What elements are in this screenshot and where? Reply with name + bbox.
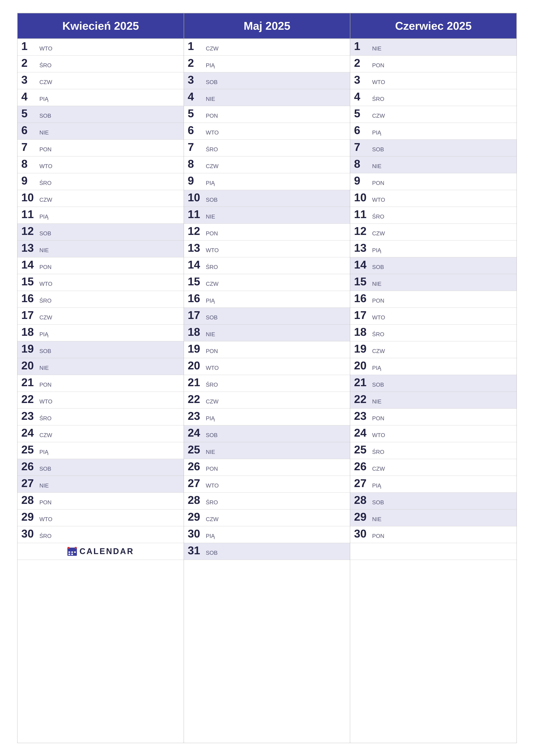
day-name: PIĄ: [206, 415, 215, 422]
day-name: SOB: [39, 113, 51, 119]
day-name: WTO: [372, 197, 385, 203]
day-row: 19CZW: [350, 341, 517, 358]
day-number: 13: [188, 242, 205, 254]
day-number: 10: [354, 192, 371, 203]
day-name: CZW: [372, 466, 385, 472]
day-number: 3: [188, 74, 205, 85]
day-name: NIE: [372, 516, 381, 523]
day-number: 12: [21, 226, 38, 237]
day-row: 21SOB: [350, 375, 517, 392]
day-name: PON: [372, 180, 384, 186]
day-number: 20: [21, 360, 38, 371]
day-number: 9: [188, 175, 205, 186]
months-body: 1WTO2ŚRO3CZW4PIĄ5SOB6NIE7PON8WTO9ŚRO10CZ…: [17, 39, 517, 743]
day-name: ŚRO: [206, 146, 218, 153]
day-name: NIE: [206, 331, 215, 338]
day-name: PIĄ: [39, 331, 48, 338]
day-name: SOB: [39, 466, 51, 472]
day-name: WTO: [372, 79, 385, 86]
day-name: CZW: [39, 314, 52, 321]
day-number: 6: [21, 124, 38, 136]
day-number: 28: [354, 494, 371, 505]
day-name: PIĄ: [206, 533, 215, 539]
day-name: ŚRO: [39, 533, 51, 539]
day-name: ŚRO: [39, 297, 51, 304]
day-name: ŚRO: [39, 62, 51, 69]
svg-rect-5: [74, 552, 76, 553]
day-number: 2: [354, 57, 371, 68]
day-number: 20: [188, 360, 205, 371]
day-name: WTO: [372, 314, 385, 321]
day-number: 22: [21, 393, 38, 405]
day-name: CZW: [206, 516, 218, 523]
month-header-maj: Maj 2025: [184, 13, 350, 39]
day-name: PON: [372, 415, 384, 422]
day-row: 7PON: [17, 140, 184, 156]
day-row: 7ŚRO: [184, 140, 350, 156]
day-row: 10CZW: [17, 190, 184, 207]
day-number: 25: [188, 444, 205, 455]
day-name: PON: [39, 146, 51, 153]
day-number: 16: [21, 293, 38, 304]
day-name: WTO: [39, 398, 52, 405]
day-row: 28PON: [17, 493, 184, 509]
svg-rect-3: [68, 552, 70, 553]
day-row: 1WTO: [17, 39, 184, 56]
day-row: 22NIE: [350, 392, 517, 409]
day-number: 3: [21, 74, 38, 85]
day-row: 19SOB: [17, 341, 184, 358]
logo-small-icon: [67, 546, 77, 557]
day-name: CZW: [372, 113, 385, 119]
day-number: 30: [188, 528, 205, 539]
day-name: PON: [372, 297, 384, 304]
day-name: ŚRO: [372, 96, 384, 102]
day-name: NIE: [372, 45, 381, 52]
day-row: 17WTO: [350, 308, 517, 325]
day-name: CZW: [39, 432, 52, 439]
day-name: WTO: [372, 432, 385, 439]
day-number: 18: [354, 326, 371, 338]
month-col-czerwiec: 1NIE2PON3WTO4ŚRO5CZW6PIĄ7SOB8NIE9PON10WT…: [350, 39, 517, 743]
day-number: 9: [21, 175, 38, 186]
day-row: 6WTO: [184, 123, 350, 140]
day-name: WTO: [206, 129, 219, 136]
day-row: 2PIĄ: [184, 56, 350, 72]
day-name: SOB: [372, 146, 384, 153]
day-number: 11: [21, 209, 38, 220]
day-number: 25: [21, 444, 38, 455]
day-row: 26CZW: [350, 459, 517, 476]
day-row: 12SOB: [17, 224, 184, 240]
day-name: NIE: [39, 482, 49, 489]
month-header-kwiecien: Kwiecień 2025: [17, 13, 184, 39]
day-name: PIĄ: [206, 180, 215, 186]
day-number: 5: [354, 108, 371, 119]
day-number: 26: [354, 461, 371, 472]
months-headers: Kwiecień 2025Maj 2025Czerwiec 2025: [17, 13, 517, 39]
day-number: 21: [354, 377, 371, 388]
day-row: 4PIĄ: [17, 89, 184, 106]
day-name: PON: [39, 381, 51, 388]
day-number: 2: [21, 57, 38, 68]
logo-text-small: CALENDAR: [79, 547, 134, 556]
day-row: 20NIE: [17, 358, 184, 375]
svg-rect-4: [71, 552, 73, 553]
day-number: 30: [21, 528, 38, 539]
day-number: 8: [21, 158, 38, 169]
svg-rect-9: [75, 547, 77, 549]
day-number: 14: [21, 259, 38, 270]
day-row: 31SOB: [184, 543, 350, 560]
day-row: 11ŚRO: [350, 207, 517, 224]
day-row: 3WTO: [350, 72, 517, 89]
day-name: SOB: [206, 550, 218, 556]
day-number: 8: [188, 158, 205, 169]
day-row: 8CZW: [184, 156, 350, 173]
day-row: 1CZW: [184, 39, 350, 56]
day-number: 19: [354, 343, 371, 354]
day-number: 28: [21, 494, 38, 505]
day-number: 4: [188, 91, 205, 102]
day-row: 5CZW: [350, 106, 517, 123]
day-row: 15NIE: [350, 274, 517, 291]
day-name: SOB: [206, 432, 218, 439]
day-row: 6NIE: [17, 123, 184, 140]
day-number: 26: [21, 461, 38, 472]
